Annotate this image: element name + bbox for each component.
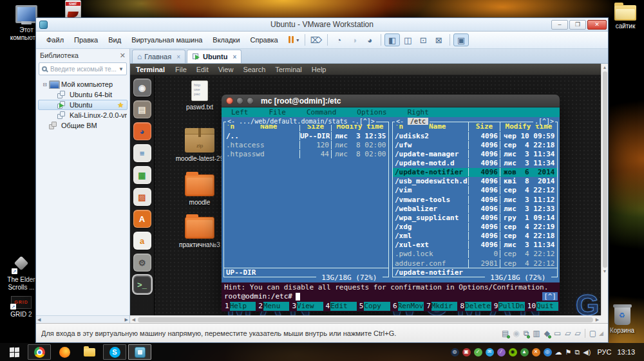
- desktop-icon-saitik[interactable]: сайтик: [608, 5, 643, 30]
- unity-mode-button[interactable]: ⊠: [431, 33, 446, 46]
- mc-menu-command[interactable]: Command: [307, 108, 336, 116]
- browser-sphere-tray-icon[interactable]: ◎: [544, 348, 552, 356]
- printer-status-icon[interactable]: ▥: [533, 329, 540, 338]
- file-row-update-notifier[interactable]: /update-notifier4096жов 6 2014: [393, 168, 557, 177]
- menu-справка[interactable]: Справка: [245, 34, 283, 46]
- search-input[interactable]: [50, 66, 118, 73]
- file-row-xul-ext[interactable]: /xul-ext4096лис 3 11:34: [393, 241, 557, 250]
- file-row-htaccess[interactable]: .htaccess120лис 8 02:00: [224, 140, 388, 149]
- shared-folder-status-icon[interactable]: ▱: [565, 329, 571, 338]
- mc-menu-options[interactable]: Options: [357, 108, 386, 116]
- fkey-quit[interactable]: 10Quit: [527, 302, 558, 311]
- winrar-tray-icon[interactable]: ▣: [462, 348, 471, 356]
- terminal-titlebar[interactable]: mc [root@odmin]:/etc: [222, 95, 560, 107]
- steam-tray-icon[interactable]: ◍: [451, 348, 459, 356]
- vmware-titlebar[interactable]: Ubuntu - VMware Workstation – ❐ ✕: [36, 18, 608, 32]
- vertical-scrollbar[interactable]: ▲ ▼: [601, 64, 608, 315]
- file-row-[interactable]: /..UP--DIRлис 3 12:35: [224, 131, 388, 140]
- file-row-ufw[interactable]: /ufw4096сер 4 22:18: [393, 140, 557, 149]
- fkey-renmov[interactable]: 6RenMov: [392, 302, 424, 311]
- minimize-window-icon[interactable]: [236, 97, 243, 104]
- search-dropdown-icon[interactable]: ▼: [118, 66, 124, 72]
- file-row-vim[interactable]: /vim4096сер 4 22:12: [393, 186, 557, 195]
- file-row-xml[interactable]: /xml4096сер 4 22:18: [393, 232, 557, 241]
- menu-файл[interactable]: Файл: [41, 34, 69, 46]
- file-row-vmware-tools[interactable]: /vmware-tools4096лис 3 11:12: [393, 195, 557, 204]
- vm-console-viewport[interactable]: Terminal FileEditViewSearchTerminalHelp …: [130, 64, 608, 323]
- show-library-button[interactable]: ◧: [384, 33, 400, 46]
- pause-button[interactable]: ▾: [286, 33, 301, 46]
- scroll-down-icon[interactable]: ▼: [601, 268, 609, 275]
- vmware-taskbar-button[interactable]: [128, 344, 151, 360]
- terminal-menu-view[interactable]: View: [218, 66, 234, 73]
- take-snapshot-button[interactable]: ◔: [331, 33, 346, 46]
- chrome-taskbar-button[interactable]: [28, 344, 51, 360]
- sidebar-item-общие-вм[interactable]: Общие ВМ: [38, 120, 128, 131]
- antivirus-tray-icon[interactable]: ✓: [474, 348, 482, 356]
- mc-menu-right[interactable]: Right: [408, 108, 429, 116]
- fkey-menu[interactable]: 2Menu: [258, 302, 289, 311]
- terminal-menu-edit[interactable]: Edit: [196, 66, 209, 73]
- fkey-view[interactable]: 3View: [291, 302, 323, 311]
- nvidia-tray-icon[interactable]: ◉: [509, 348, 517, 356]
- dash-launcher[interactable]: ◉: [133, 79, 151, 97]
- terminal-menu-file[interactable]: File: [175, 66, 187, 73]
- fkey-copy[interactable]: 5Copy: [359, 302, 390, 311]
- firefox-taskbar-button[interactable]: [53, 344, 76, 360]
- files-launcher[interactable]: ▤: [133, 100, 151, 118]
- fkey-delete[interactable]: 8Delete: [459, 302, 491, 311]
- libreoffice-writer-launcher[interactable]: ≡: [133, 144, 151, 162]
- scroll-right-icon[interactable]: ▶: [594, 316, 601, 323]
- libreoffice-calc-launcher[interactable]: ▦: [133, 166, 151, 184]
- desktop-icon-paswd-txt[interactable]: http use pacpaswd.txt: [173, 80, 227, 111]
- file-row-update-motd-d[interactable]: /update-motd.d4096лис 3 11:34: [393, 158, 557, 167]
- fkey-help[interactable]: 1Help: [224, 302, 256, 311]
- resize-grip[interactable]: ◢: [599, 330, 603, 337]
- defender-shield-tray-icon[interactable]: ▲: [520, 348, 529, 356]
- tab-главная[interactable]: ⌂Главная×: [132, 50, 185, 63]
- network-adapter-status-icon[interactable]: ⧉: [524, 329, 529, 338]
- desktop-icon-moodle[interactable]: moodle: [173, 174, 227, 206]
- file-row-pwd-lock[interactable]: .pwd.lock0сер 4 22:12: [393, 250, 557, 259]
- snapshot-manager-button[interactable]: ◕: [362, 33, 377, 46]
- volume-tray-icon[interactable]: ◀): [583, 349, 591, 356]
- scroll-left-icon[interactable]: ◀: [37, 317, 41, 322]
- file-row-udisks2[interactable]: /udisks24096чер 10 09:59: [393, 131, 557, 140]
- desktop-icon-moodle-latest-29[interactable]: zipmoodle-latest-29: [173, 128, 227, 162]
- message-log-status-icon[interactable]: ▢: [589, 329, 596, 338]
- hard-disk-status-icon[interactable]: ▤: [502, 329, 509, 338]
- explorer-taskbar-button[interactable]: [78, 344, 101, 360]
- history-badge[interactable]: [^]: [542, 292, 558, 301]
- terminal-menu-terminal[interactable]: Terminal: [275, 66, 302, 73]
- file-row-htpasswd[interactable]: .htpasswd44лис 8 02:00: [224, 149, 388, 158]
- file-row-webalizer[interactable]: /webalizer4096лис 3 12:33: [393, 204, 557, 213]
- library-search[interactable]: ▼: [39, 62, 127, 75]
- network-tray-icon[interactable]: ⧉: [574, 349, 580, 356]
- mc-menu-left[interactable]: Left: [231, 108, 249, 116]
- maximize-button[interactable]: ❐: [569, 20, 586, 30]
- onedrive-cloud-tray-icon[interactable]: ☁: [555, 349, 562, 356]
- sidebar-item-ubuntu-64-bit[interactable]: Ubuntu 64-bit: [38, 89, 128, 100]
- desktop-icon-практична№3[interactable]: практична№3: [173, 217, 227, 248]
- terminal-menu-search[interactable]: Search: [243, 66, 265, 73]
- close-tab-icon[interactable]: ×: [232, 53, 236, 60]
- shared-folder2-status-icon[interactable]: ▱: [575, 329, 581, 338]
- sidebar-scrollbar[interactable]: ◀ ▶: [36, 315, 129, 323]
- file-row-usb-modeswitch-d[interactable]: /usb_modeswitch.d4096кві 8 2014: [393, 177, 557, 186]
- tab-ubuntu[interactable]: Ubuntu×: [187, 50, 242, 63]
- language-indicator[interactable]: РУС: [597, 348, 611, 356]
- file-row-xdg[interactable]: /xdg4096сер 4 22:19: [393, 222, 557, 231]
- send-ctrl-alt-del-button[interactable]: ⌦: [308, 33, 324, 46]
- terminal-menu-help[interactable]: Help: [312, 66, 327, 73]
- horizontal-scroll-thumb[interactable]: [138, 317, 593, 322]
- close-button[interactable]: ✕: [587, 20, 607, 30]
- fkey-edit[interactable]: 4Edit: [325, 302, 357, 311]
- fkey-pulldn[interactable]: 9PullDn: [493, 302, 525, 311]
- close-sidebar-icon[interactable]: ✕: [120, 51, 126, 60]
- console-view-button[interactable]: ▣: [453, 33, 469, 46]
- software-center-launcher[interactable]: A: [133, 210, 151, 228]
- menu-вид[interactable]: Вид: [103, 34, 126, 46]
- tools-tray-icon[interactable]: ✕: [532, 348, 540, 356]
- show-thumbnail-bar-button[interactable]: ◫: [400, 33, 415, 46]
- sidebar-item-ubuntu[interactable]: Ubuntu★: [38, 100, 128, 110]
